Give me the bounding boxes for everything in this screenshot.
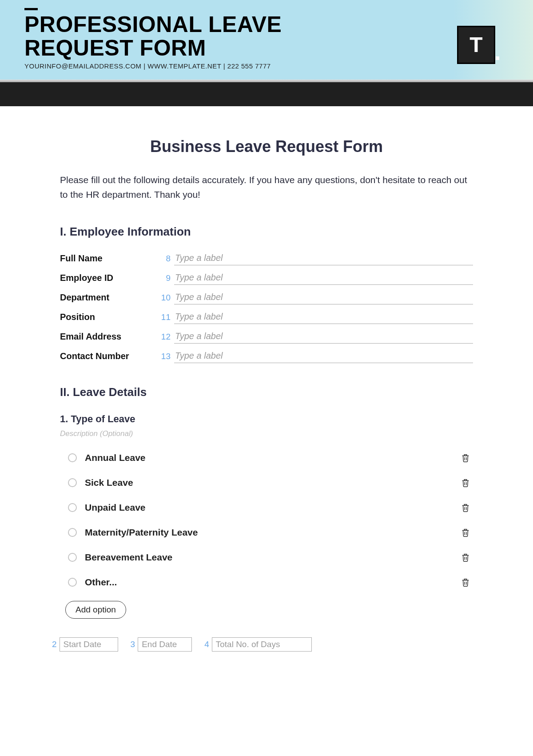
field-number: 10 [160, 293, 174, 304]
leave-option-row: Bereavement Leave [60, 548, 473, 567]
form-title: Business Leave Request Form [60, 137, 473, 156]
field-row: Position11 [60, 312, 473, 324]
add-option-button[interactable]: Add option [65, 601, 126, 619]
trash-icon[interactable] [461, 452, 470, 463]
banner-title-line1: PROFESSIONAL LEAVE [24, 12, 282, 37]
field-label: Department [60, 292, 160, 304]
field-label: Full Name [60, 253, 160, 265]
description-placeholder[interactable]: Description (Optional) [60, 429, 473, 438]
field-input[interactable] [174, 351, 473, 363]
option-label: Sick Leave [85, 477, 461, 488]
radio-button[interactable] [68, 578, 77, 587]
header-banner: PROFESSIONAL LEAVE REQUEST FORM YOURINFO… [0, 0, 533, 80]
radio-button[interactable] [68, 528, 77, 537]
field-row: Contact Number13 [60, 351, 473, 363]
field-input[interactable] [174, 292, 473, 304]
leave-option-row: Maternity/Paternity Leave [60, 523, 473, 542]
form-intro: Please fill out the following details ac… [60, 173, 473, 202]
trash-icon[interactable] [461, 577, 470, 588]
field-input[interactable] [174, 253, 473, 265]
leave-options: Annual LeaveSick LeaveUnpaid LeaveMatern… [60, 448, 473, 592]
leave-option-row: Sick Leave [60, 473, 473, 492]
banner-title-line2: REQUEST FORM [24, 36, 206, 60]
field-row: Full Name8 [60, 253, 473, 265]
banner-contact: YOURINFO@EMAILADDRESS.COM | WWW.TEMPLATE… [24, 62, 509, 70]
field-label: Email Address [60, 332, 160, 344]
radio-button[interactable] [68, 453, 77, 462]
brand-logo-letter: T [469, 34, 482, 56]
radio-button[interactable] [68, 553, 77, 562]
field-number: 12 [160, 332, 174, 344]
leave-option-row: Other... [60, 572, 473, 592]
option-label: Annual Leave [85, 452, 461, 463]
trash-icon[interactable] [461, 502, 470, 513]
date-number: 2 [52, 640, 57, 649]
banner-dash [24, 8, 38, 10]
banner-title: PROFESSIONAL LEAVE REQUEST FORM [24, 13, 509, 60]
section2-heading: II. Leave Details [60, 385, 473, 399]
field-row: Email Address12 [60, 331, 473, 344]
option-label: Unpaid Leave [85, 502, 461, 513]
field-label: Employee ID [60, 273, 160, 285]
leave-option-row: Annual Leave [60, 448, 473, 468]
date-fields-row: 234 [52, 637, 473, 652]
section1-heading: I. Employee Information [60, 225, 473, 239]
brand-logo: T [457, 26, 495, 64]
field-row: Department10 [60, 292, 473, 304]
form-content: Business Leave Request Form Please fill … [0, 106, 533, 665]
trash-icon[interactable] [461, 552, 470, 563]
date-group: 3 [131, 637, 192, 652]
radio-button[interactable] [68, 478, 77, 487]
date-input[interactable] [60, 637, 118, 652]
question1-title: 1. Type of Leave [60, 413, 473, 425]
option-label: Other... [85, 577, 461, 588]
leave-option-row: Unpaid Leave [60, 498, 473, 517]
field-row: Employee ID9 [60, 272, 473, 285]
option-label: Bereavement Leave [85, 552, 461, 563]
field-number: 11 [160, 312, 174, 324]
date-group: 4 [204, 637, 312, 652]
field-number: 8 [160, 254, 174, 265]
field-input[interactable] [174, 272, 473, 285]
date-group: 2 [52, 637, 118, 652]
date-number: 4 [204, 640, 209, 649]
field-number: 9 [160, 273, 174, 285]
brand-logo-dot [496, 56, 499, 60]
radio-button[interactable] [68, 503, 77, 512]
trash-icon[interactable] [461, 477, 470, 488]
field-label: Position [60, 312, 160, 324]
field-label: Contact Number [60, 351, 160, 363]
field-input[interactable] [174, 331, 473, 344]
date-input[interactable] [212, 637, 312, 652]
option-label: Maternity/Paternity Leave [85, 527, 461, 538]
trash-icon[interactable] [461, 527, 470, 538]
black-bar [0, 82, 533, 106]
field-input[interactable] [174, 312, 473, 324]
employee-fields: Full Name8Employee ID9Department10Positi… [60, 253, 473, 363]
field-number: 13 [160, 352, 174, 363]
date-input[interactable] [138, 637, 192, 652]
date-number: 3 [131, 640, 135, 649]
